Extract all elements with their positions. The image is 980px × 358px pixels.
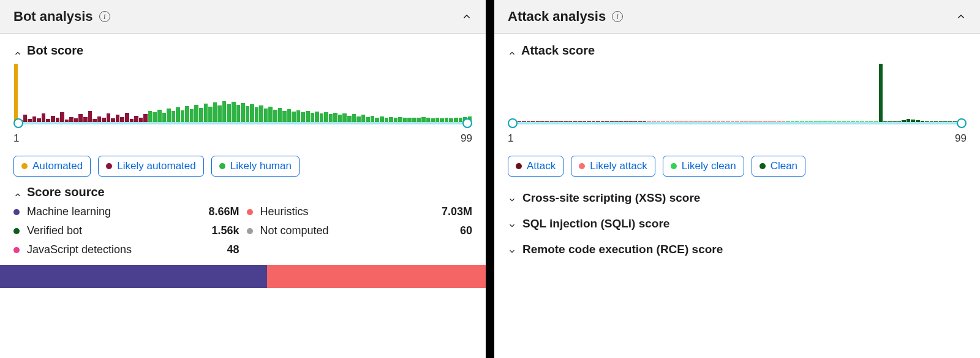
bot-legend: AutomatedLikely automatedLikely human bbox=[13, 156, 472, 177]
chevron-up-icon bbox=[13, 188, 22, 197]
bot-score-section-toggle[interactable]: Bot score bbox=[13, 44, 472, 58]
legend-dot-icon bbox=[516, 163, 522, 169]
bot-score-slider[interactable] bbox=[13, 120, 472, 126]
attack-panel-title: Attack analysis bbox=[508, 9, 606, 25]
source-value: 1.56k bbox=[208, 224, 239, 237]
legend-label: Attack bbox=[527, 160, 556, 172]
score-source-stackbar bbox=[0, 265, 486, 288]
legend-dot-icon bbox=[219, 163, 225, 169]
legend-chip[interactable]: Likely automated bbox=[98, 156, 204, 177]
chart-bar bbox=[879, 64, 883, 123]
legend-chip[interactable]: Automated bbox=[13, 156, 91, 177]
collapsed-section-toggle[interactable]: Remote code execution (RCE) score bbox=[508, 237, 967, 262]
stack-segment[interactable] bbox=[267, 265, 486, 288]
legend-chip[interactable]: Likely human bbox=[211, 156, 300, 177]
source-value: 60 bbox=[442, 224, 472, 237]
legend-dot-icon bbox=[760, 163, 766, 169]
source-label: JavaScript detections bbox=[27, 243, 201, 256]
chart-bar bbox=[222, 101, 227, 123]
score-source-toggle[interactable]: Score source bbox=[13, 185, 472, 199]
chevron-up-icon[interactable] bbox=[956, 11, 967, 22]
stack-segment[interactable] bbox=[0, 265, 267, 288]
legend-label: Likely human bbox=[230, 160, 292, 172]
legend-label: Likely attack bbox=[590, 160, 647, 172]
chevron-down-icon bbox=[508, 245, 516, 254]
chart-bar bbox=[232, 102, 236, 123]
legend-label: Clean bbox=[771, 160, 797, 172]
attack-legend: AttackLikely attackLikely cleanClean bbox=[508, 156, 967, 177]
legend-dot-icon bbox=[671, 163, 677, 169]
attack-panel-body: Attack score 1 99 AttackLikely attackLik… bbox=[494, 34, 980, 262]
info-icon[interactable]: i bbox=[99, 11, 110, 22]
attack-score-section-toggle[interactable]: Attack score bbox=[508, 44, 967, 58]
bot-panel-title: Bot analysis bbox=[13, 9, 93, 25]
legend-chip[interactable]: Likely clean bbox=[663, 156, 744, 177]
source-value: 48 bbox=[208, 243, 239, 256]
source-value: 8.66M bbox=[208, 205, 239, 218]
source-dot-icon bbox=[13, 209, 20, 215]
attack-analysis-panel: Attack analysis i Attack score 1 99 Atta… bbox=[494, 0, 980, 358]
collapsed-section-label: Remote code execution (RCE) score bbox=[522, 243, 723, 256]
attack-score-chart bbox=[508, 64, 967, 123]
chevron-up-icon[interactable] bbox=[461, 11, 472, 22]
source-dot-icon bbox=[13, 228, 20, 234]
chart-bar bbox=[14, 64, 18, 123]
score-source-grid: Machine learning8.66MHeuristics7.03MVeri… bbox=[13, 205, 472, 256]
legend-chip[interactable]: Likely attack bbox=[571, 156, 655, 177]
attack-panel-header[interactable]: Attack analysis i bbox=[494, 0, 980, 34]
score-source-title: Score source bbox=[27, 185, 105, 199]
source-label: Machine learning bbox=[27, 205, 201, 218]
source-dot-icon bbox=[247, 228, 253, 234]
chevron-up-icon bbox=[13, 47, 22, 55]
slider-max: 99 bbox=[955, 132, 967, 145]
attack-score-slider[interactable] bbox=[508, 120, 967, 126]
chevron-up-icon bbox=[508, 47, 516, 55]
legend-chip[interactable]: Clean bbox=[752, 156, 805, 177]
legend-dot-icon bbox=[21, 163, 28, 169]
collapsed-sections: Cross-site scripting (XSS) scoreSQL inje… bbox=[508, 185, 967, 262]
legend-dot-icon bbox=[579, 163, 585, 169]
bot-panel-header[interactable]: Bot analysis i bbox=[0, 0, 486, 34]
source-label: Heuristics bbox=[260, 205, 434, 218]
source-dot-icon bbox=[13, 247, 20, 253]
legend-dot-icon bbox=[106, 163, 112, 169]
bot-score-title: Bot score bbox=[27, 44, 83, 58]
source-dot-icon bbox=[247, 209, 253, 215]
collapsed-section-label: SQL injection (SQLi) score bbox=[522, 217, 669, 230]
legend-chip[interactable]: Attack bbox=[508, 156, 564, 177]
legend-label: Likely automated bbox=[117, 160, 196, 172]
source-value: 7.03M bbox=[442, 205, 472, 218]
bot-score-chart bbox=[13, 64, 472, 123]
bot-analysis-panel: Bot analysis i Bot score 1 99 AutomatedL… bbox=[0, 0, 486, 358]
info-icon[interactable]: i bbox=[612, 11, 623, 22]
legend-label: Likely clean bbox=[682, 160, 736, 172]
source-label: Verified bot bbox=[27, 224, 201, 237]
bot-panel-body: Bot score 1 99 AutomatedLikely automated… bbox=[0, 34, 486, 288]
legend-label: Automated bbox=[32, 160, 83, 172]
slider-max: 99 bbox=[461, 132, 472, 145]
collapsed-section-toggle[interactable]: Cross-site scripting (XSS) score bbox=[508, 185, 967, 211]
source-label: Not computed bbox=[260, 224, 434, 237]
slider-min: 1 bbox=[13, 132, 19, 145]
chevron-down-icon bbox=[508, 219, 516, 228]
collapsed-section-toggle[interactable]: SQL injection (SQLi) score bbox=[508, 211, 967, 237]
chart-bar bbox=[213, 102, 217, 123]
collapsed-section-label: Cross-site scripting (XSS) score bbox=[522, 191, 700, 205]
chevron-down-icon bbox=[508, 194, 516, 202]
slider-min: 1 bbox=[508, 132, 513, 145]
attack-score-title: Attack score bbox=[521, 44, 595, 58]
